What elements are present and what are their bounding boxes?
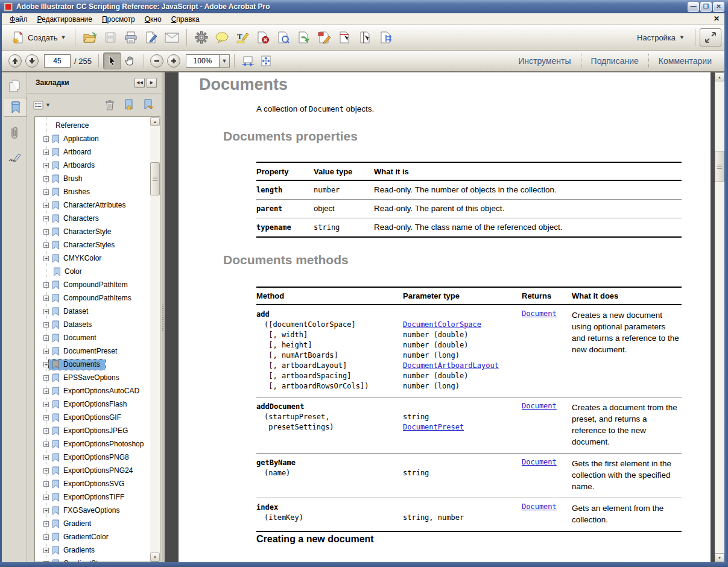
expand-icon[interactable]: + — [43, 203, 49, 208]
bookmark-label[interactable]: Reference — [55, 121, 89, 130]
bookmark-label[interactable]: Characters — [63, 214, 99, 223]
zoom-in-button[interactable] — [167, 54, 180, 68]
bookmark-item-fxgsaveoptions[interactable]: +FXGSaveOptions — [35, 504, 151, 517]
bookmark-item-exportoptionstiff[interactable]: +ExportOptionsTIFF — [35, 490, 151, 504]
bookmark-item-exportoptionsgif[interactable]: +ExportOptionsGIF — [35, 411, 151, 424]
bookmark-label[interactable]: Brush — [63, 174, 82, 183]
type-link[interactable]: DocumentPreset — [403, 423, 464, 431]
bookmark-item-document[interactable]: +Document — [35, 331, 151, 344]
document-scrollbar[interactable]: ▲ ▼ — [715, 72, 724, 562]
scroll-up-icon[interactable]: ▲ — [715, 72, 724, 81]
expand-icon[interactable]: + — [43, 468, 49, 474]
bookmark-label[interactable]: Brushes — [63, 188, 90, 196]
bookmark-item-characters[interactable]: +Characters — [35, 212, 151, 225]
bookmark-label[interactable]: Document — [63, 334, 97, 342]
returns-link[interactable]: Document — [522, 458, 557, 466]
expand-icon[interactable]: + — [43, 388, 49, 394]
returns-link[interactable]: Document — [522, 402, 557, 410]
bookmark-item-gradients[interactable]: +Gradients — [35, 543, 151, 557]
expand-icon[interactable]: + — [43, 495, 49, 500]
new-bookmark-button[interactable] — [122, 98, 136, 112]
panel-button-3[interactable]: Комментарии — [649, 53, 721, 69]
bookmark-label[interactable]: Color — [65, 267, 82, 276]
bookmark-item-characterstyles[interactable]: +CharacterStyles — [35, 238, 151, 252]
bookmark-item-color[interactable]: Color — [35, 265, 151, 278]
expand-icon[interactable]: + — [43, 282, 49, 288]
insert-pages-button[interactable] — [376, 27, 396, 48]
sign-button[interactable] — [141, 27, 162, 48]
bookmark-label[interactable]: CompoundPathItems — [63, 294, 131, 302]
expand-icon[interactable]: + — [43, 309, 49, 314]
bookmark-label[interactable]: CharacterStyles — [63, 241, 115, 249]
bookmark-item-characterstyle[interactable]: +CharacterStyle — [35, 225, 151, 238]
bookmark-label[interactable]: ExportOptionsGIF — [63, 413, 121, 422]
save-button[interactable] — [100, 27, 121, 48]
expand-icon[interactable]: + — [43, 242, 49, 248]
close-document-icon[interactable]: ✕ — [712, 14, 721, 23]
bookmark-item-dataset[interactable]: +Dataset — [35, 305, 151, 318]
bookmark-item-exportoptionssvg[interactable]: +ExportOptionsSVG — [35, 477, 151, 490]
bookmark-item-exportoptionsflash[interactable]: +ExportOptionsFlash — [35, 398, 151, 411]
create-button[interactable]: Создать ▼ — [7, 27, 71, 48]
menu-редактирование[interactable]: Редактирование — [33, 14, 97, 25]
expand-icon[interactable]: + — [43, 322, 49, 328]
method-returns[interactable]: Document — [522, 458, 572, 492]
bookmark-label[interactable]: ExportOptionsPNG24 — [63, 466, 133, 475]
bookmark-item-exportoptionsphotoshop[interactable]: +ExportOptionsPhotoshop — [35, 437, 151, 451]
bookmark-highlight-button[interactable] — [141, 98, 156, 112]
bookmark-label[interactable]: ExportOptionsSVG — [63, 480, 124, 488]
resize-window-button[interactable] — [700, 28, 721, 46]
expand-icon[interactable]: + — [43, 362, 49, 367]
bookmark-label[interactable]: Documents — [63, 360, 100, 369]
signatures-panel-button[interactable] — [4, 148, 25, 168]
bookmarks-scrollbar[interactable]: ▲ ▼ — [150, 117, 160, 562]
parameter-type[interactable]: DocumentArtboardLayout — [403, 361, 522, 371]
highlight-text-button[interactable]: T — [232, 27, 253, 48]
bookmark-label[interactable]: ExportOptionsPNG8 — [63, 453, 129, 461]
panel-button-1[interactable]: Инструменты — [508, 53, 580, 69]
bookmark-item-datasets[interactable]: +Datasets — [35, 318, 151, 331]
menu-справка[interactable]: Справка — [166, 14, 204, 25]
bookmark-label[interactable]: Gradients — [63, 546, 95, 554]
expand-icon[interactable]: + — [43, 335, 49, 341]
type-link[interactable]: DocumentArtboardLayout — [403, 361, 499, 370]
scroll-down-icon[interactable]: ▼ — [715, 553, 724, 562]
menu-окно[interactable]: Окно — [140, 14, 166, 25]
comment-button[interactable] — [212, 27, 232, 48]
parameter-type[interactable]: DocumentPreset — [403, 422, 522, 432]
expand-icon[interactable]: + — [43, 349, 49, 354]
expand-icon[interactable]: + — [43, 136, 49, 142]
fit-page-button[interactable] — [257, 52, 275, 69]
select-pages-button[interactable] — [355, 27, 376, 48]
collapse-panel-icon[interactable]: ◀◀ — [135, 78, 145, 88]
expand-icon[interactable]: + — [43, 481, 49, 487]
bookmark-item-compoundpathitems[interactable]: +CompoundPathItems — [35, 291, 151, 305]
zoom-out-button[interactable] — [150, 54, 163, 68]
bookmark-label[interactable]: GradientColor — [63, 533, 109, 541]
bookmark-label[interactable]: CMYKColor — [63, 254, 101, 262]
expand-icon[interactable]: + — [43, 256, 49, 261]
bookmark-label[interactable]: DocumentPreset — [63, 347, 117, 355]
method-returns[interactable]: Document — [522, 402, 572, 448]
expand-icon[interactable]: + — [43, 402, 49, 407]
method-returns[interactable]: Document — [522, 309, 572, 391]
restore-button[interactable]: ❐ — [700, 2, 712, 12]
returns-link[interactable]: Document — [522, 309, 557, 318]
bookmark-item-artboard[interactable]: +Artboard — [35, 145, 151, 159]
bookmark-item-reference[interactable]: Reference — [35, 119, 151, 132]
settings-button[interactable]: Настройка ▼ — [631, 28, 691, 46]
expand-icon[interactable]: + — [43, 521, 49, 527]
expand-icon[interactable]: + — [43, 229, 49, 235]
bookmark-item-epssaveoptions[interactable]: +EPSSaveOptions — [35, 371, 151, 384]
scroll-up-icon[interactable]: ▲ — [150, 117, 160, 126]
crop-pages-button[interactable] — [335, 27, 355, 48]
expand-icon[interactable]: + — [43, 508, 49, 513]
bookmark-item-gradient[interactable]: +Gradient — [35, 517, 151, 530]
bookmark-label[interactable]: ExportOptionsPhotoshop — [63, 440, 144, 448]
hand-tool-button[interactable] — [121, 52, 139, 69]
bookmark-label[interactable]: ExportOptionsJPEG — [63, 426, 128, 435]
scroll-down-icon[interactable]: ▼ — [150, 553, 160, 562]
zoom-dropdown-button[interactable]: ▼ — [220, 54, 230, 68]
print-button[interactable] — [121, 27, 141, 48]
pages-panel-button[interactable] — [4, 77, 25, 97]
